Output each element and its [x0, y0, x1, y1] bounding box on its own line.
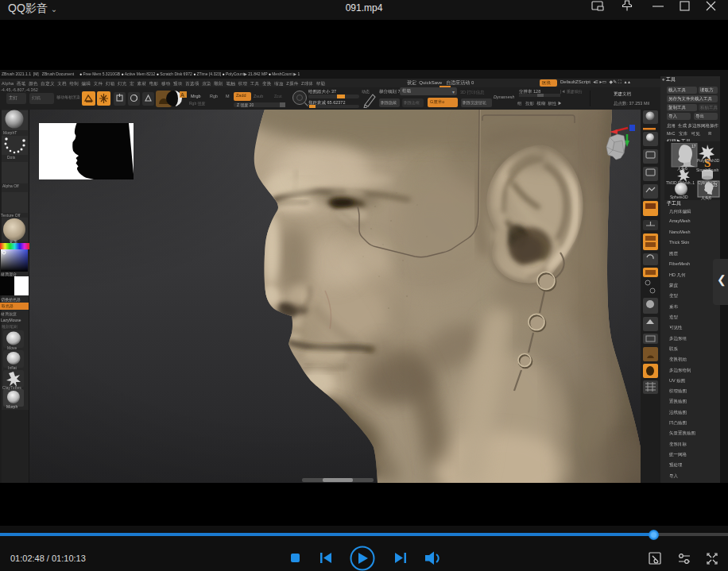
- svg-text:A: A: [180, 92, 184, 98]
